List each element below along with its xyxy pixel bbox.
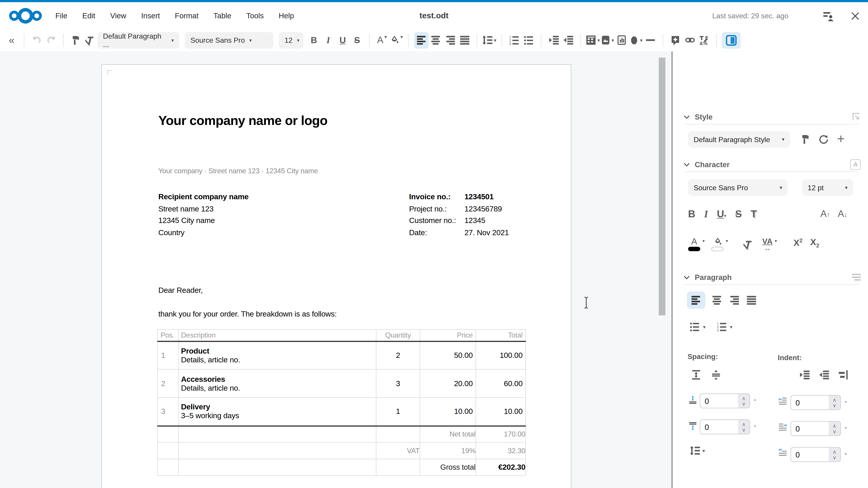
- stepper[interactable]: ∧∨: [829, 396, 840, 410]
- new-style-icon[interactable]: +: [837, 131, 845, 147]
- redo-button[interactable]: [43, 32, 58, 48]
- divider: [684, 285, 859, 285]
- stepper[interactable]: ∧∨: [829, 448, 840, 461]
- indent-before-input[interactable]: 0 ∧∨: [790, 395, 841, 410]
- sidebar-clear-formatting-icon[interactable]: [743, 239, 753, 250]
- close-icon[interactable]: [850, 11, 860, 21]
- unit-before: ″: [845, 400, 847, 406]
- grow-font-button[interactable]: A↑: [820, 208, 830, 220]
- align-center-button[interactable]: [429, 32, 443, 48]
- highlight-color-button[interactable]: ▾: [389, 32, 404, 48]
- spacing-below-input[interactable]: 0 ∧∨: [700, 419, 750, 434]
- sidebar-italic-button[interactable]: I: [704, 208, 708, 220]
- menu-tools[interactable]: Tools: [246, 11, 264, 20]
- invoice-table[interactable]: Pos. Description Quantity Price Total 1 …: [157, 329, 526, 476]
- collapse-toolbar-button[interactable]: «: [4, 32, 19, 48]
- sidebar-font-color-button[interactable]: A: [688, 237, 700, 251]
- menu-file[interactable]: File: [55, 11, 67, 20]
- decrease-indent-button[interactable]: [561, 32, 575, 48]
- insert-shape-button[interactable]: ▾: [629, 32, 643, 48]
- style-section-header[interactable]: Style: [684, 111, 861, 122]
- menu-view[interactable]: View: [110, 11, 126, 20]
- scrollbar-thumb[interactable]: [659, 58, 665, 315]
- indent-after-input[interactable]: 0 ∧∨: [790, 421, 841, 436]
- increase-spacing-icon[interactable]: [691, 369, 702, 380]
- character-dialog-icon[interactable]: A: [850, 159, 861, 170]
- hanging-indent-icon[interactable]: [838, 369, 849, 380]
- sidebar-increase-indent-icon[interactable]: [799, 369, 810, 380]
- insert-chart-button[interactable]: [614, 32, 629, 48]
- strikethrough-button[interactable]: S: [350, 32, 364, 48]
- decrease-spacing-icon[interactable]: [711, 369, 721, 380]
- sidebar-bold-button[interactable]: B: [688, 208, 695, 220]
- italic-button[interactable]: I: [321, 32, 336, 48]
- character-spacing-button[interactable]: VA ↔: [762, 237, 772, 251]
- first-line-indent-input[interactable]: 0 ∧∨: [790, 447, 841, 462]
- stepper[interactable]: ∧∨: [738, 420, 749, 434]
- stepper[interactable]: ∧∨: [738, 394, 749, 408]
- ordered-list-button[interactable]: [507, 32, 522, 48]
- sidebar-align-center-button[interactable]: [712, 292, 722, 309]
- paragraph-style-dropdown[interactable]: Default Paragraph ...▾: [97, 32, 179, 48]
- user-list-icon[interactable]: [823, 11, 834, 22]
- sidebar-font-size-dropdown[interactable]: 12 pt▾: [802, 179, 853, 196]
- insert-image-button[interactable]: ▾: [600, 32, 615, 48]
- sidebar-decrease-indent-icon[interactable]: [819, 369, 829, 380]
- refresh-style-icon[interactable]: [819, 134, 829, 144]
- net-total-label: Net total: [420, 426, 476, 442]
- align-left-button[interactable]: [414, 32, 429, 48]
- shrink-font-button[interactable]: A↓: [838, 208, 847, 220]
- font-name-dropdown[interactable]: Source Sans Pro▾: [185, 32, 274, 48]
- sidebar-highlight-color-button[interactable]: [711, 237, 723, 251]
- align-justify-button[interactable]: [457, 32, 472, 48]
- line-spacing-button[interactable]: ▾: [482, 32, 497, 48]
- insert-comment-button[interactable]: [668, 32, 683, 48]
- item-name: Accessories: [181, 375, 376, 383]
- insert-table-button[interactable]: ▾: [586, 32, 600, 48]
- sidebar-toggle-button[interactable]: [722, 32, 741, 48]
- document-page[interactable]: Your company name or logo Your company ·…: [101, 64, 571, 488]
- horizontal-line-button[interactable]: [643, 32, 658, 48]
- shadow-button[interactable]: T: [751, 208, 757, 220]
- menu-table[interactable]: Table: [213, 11, 231, 20]
- stepper[interactable]: ∧∨: [829, 422, 840, 435]
- superscript-button[interactable]: X2: [794, 237, 803, 248]
- special-character-button[interactable]: [697, 32, 711, 48]
- menu-insert[interactable]: Insert: [141, 11, 160, 20]
- align-right-button[interactable]: [443, 32, 457, 48]
- subscript-button[interactable]: X2: [810, 237, 819, 249]
- sidebar-line-spacing-button[interactable]: ▾: [690, 445, 705, 456]
- underline-button[interactable]: U: [336, 32, 350, 48]
- sidebar-bullet-list-icon[interactable]: [690, 322, 700, 332]
- spacing-above-input[interactable]: 0 ∧∨: [700, 393, 750, 408]
- recipient-country: Country: [158, 227, 248, 238]
- sidebar-align-left-button[interactable]: [687, 292, 705, 309]
- sidebar-strikethrough-button[interactable]: S: [735, 208, 742, 220]
- font-color-button[interactable]: A▾: [375, 32, 389, 48]
- menu-format[interactable]: Format: [175, 11, 198, 20]
- sidebar-align-right-button[interactable]: [729, 292, 740, 309]
- insert-link-button[interactable]: [683, 32, 697, 48]
- vertical-scrollbar[interactable]: [657, 52, 666, 488]
- paragraph-menu-icon[interactable]: [852, 274, 861, 281]
- clone-formatting-icon[interactable]: [69, 32, 83, 48]
- character-section-header[interactable]: Character A: [684, 159, 861, 170]
- bold-button[interactable]: B: [307, 32, 321, 48]
- sidebar-style-dropdown[interactable]: Default Paragraph Style▾: [688, 131, 790, 148]
- detach-panel-icon[interactable]: [852, 112, 861, 121]
- sidebar-numbered-list-icon[interactable]: [717, 322, 726, 332]
- invoice-no-label: Invoice no.:: [409, 191, 465, 203]
- paragraph-section-header[interactable]: Paragraph: [684, 271, 861, 283]
- sidebar-underline-button[interactable]: U▾: [717, 208, 726, 220]
- increase-indent-button[interactable]: [546, 32, 561, 48]
- menu-help[interactable]: Help: [279, 11, 294, 20]
- update-style-icon[interactable]: [800, 134, 810, 144]
- sidebar-font-name-dropdown[interactable]: Source Sans Pro▾: [688, 179, 788, 196]
- undo-button[interactable]: [29, 32, 44, 48]
- sidebar-align-justify-button[interactable]: [746, 292, 757, 309]
- clear-formatting-icon[interactable]: [83, 32, 97, 48]
- unordered-list-button[interactable]: [522, 32, 536, 48]
- menu-edit[interactable]: Edit: [82, 11, 95, 20]
- font-size-dropdown[interactable]: 12▾: [279, 32, 303, 48]
- list-row: ▾ ▾: [690, 322, 733, 332]
